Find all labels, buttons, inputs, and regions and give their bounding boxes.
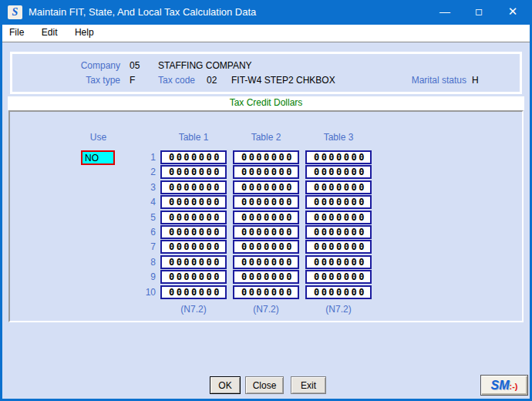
- tax-code-value: 02: [207, 75, 217, 86]
- marital-status-label: Marital status: [382, 75, 466, 86]
- table3-row6-field[interactable]: [305, 225, 372, 239]
- table1-format-label: (N7.2): [160, 304, 227, 315]
- tax-type-label: Tax type: [43, 75, 120, 86]
- table2-header: Table 2: [233, 132, 299, 143]
- table2-row3-field[interactable]: [233, 180, 299, 194]
- menu-help[interactable]: Help: [68, 25, 101, 42]
- table3-row5-field[interactable]: [305, 211, 372, 224]
- window-title: Maintain FIT, State, And Local Tax Calcu…: [29, 0, 256, 25]
- table1-row4-field[interactable]: [160, 195, 227, 209]
- title-bar: S Maintain FIT, State, And Local Tax Cal…: [0, 0, 532, 25]
- table1-row6-field[interactable]: [160, 225, 227, 239]
- maximize-icon[interactable]: ◻: [462, 0, 496, 25]
- minimize-icon[interactable]: —: [428, 0, 462, 25]
- company-label: Company: [43, 60, 120, 71]
- table2-row1-field[interactable]: [233, 150, 299, 164]
- close-icon[interactable]: ✕: [496, 0, 530, 25]
- table3-row4-field[interactable]: [305, 195, 372, 209]
- table3-row8-field[interactable]: [305, 255, 372, 269]
- app-icon: S: [8, 5, 22, 19]
- sm-logo-text: SM: [491, 379, 510, 392]
- table2-row9-field[interactable]: [233, 270, 299, 284]
- table2-row4-field[interactable]: [233, 195, 299, 209]
- table2-row6-field[interactable]: [233, 225, 299, 239]
- company-code: 05: [130, 60, 140, 71]
- exit-button[interactable]: Exit: [291, 376, 326, 394]
- table3-row10-field[interactable]: [305, 285, 372, 299]
- table1-row9-field[interactable]: [160, 270, 227, 284]
- app-window: S Maintain FIT, State, And Local Tax Cal…: [0, 0, 532, 401]
- table1-row5-field[interactable]: [160, 211, 227, 224]
- ok-button[interactable]: OK: [210, 376, 241, 394]
- header-panel: Company 05 STAFFING COMPANY Tax type F T…: [10, 52, 522, 94]
- table2-row2-field[interactable]: [233, 165, 299, 179]
- tax-code-label: Tax code: [120, 75, 195, 86]
- sm-logo: SM:-): [480, 375, 528, 396]
- marital-status-value: H: [472, 75, 479, 86]
- table3-row3-field[interactable]: [305, 180, 372, 194]
- table3-header: Table 3: [305, 132, 372, 143]
- table2-row10-field[interactable]: [233, 285, 299, 299]
- menu-file[interactable]: File: [2, 25, 31, 42]
- table3-row9-field[interactable]: [305, 270, 372, 284]
- table3-row1-field[interactable]: [305, 150, 372, 164]
- table3-row2-field[interactable]: [305, 165, 372, 179]
- sm-logo-smiley: :-): [510, 382, 518, 391]
- table1-row10-field[interactable]: [160, 285, 227, 299]
- table1-row8-field[interactable]: [160, 255, 227, 269]
- table3-row7-field[interactable]: [305, 240, 372, 254]
- use-field[interactable]: [81, 150, 115, 165]
- table1-header: Table 1: [160, 132, 227, 143]
- table3-format-label: (N7.2): [305, 304, 372, 315]
- menu-bar: File Edit Help: [2, 25, 530, 42]
- table1-row2-field[interactable]: [160, 165, 227, 179]
- table2-format-label: (N7.2): [233, 304, 299, 315]
- table1-row1-field[interactable]: [160, 150, 227, 164]
- company-name: STAFFING COMPANY: [158, 60, 252, 71]
- menu-edit[interactable]: Edit: [35, 25, 65, 42]
- tax-code-name: FIT-W4 STEP2 CHKBOX: [231, 75, 335, 86]
- close-button[interactable]: Close: [245, 376, 284, 394]
- table2-row5-field[interactable]: [233, 211, 299, 224]
- section-title: Tax Credit Dollars: [8, 96, 524, 110]
- table1-row7-field[interactable]: [160, 240, 227, 254]
- table2-row8-field[interactable]: [233, 255, 299, 269]
- table1-row3-field[interactable]: [160, 180, 227, 194]
- use-column-header: Use: [81, 132, 116, 143]
- table2-row7-field[interactable]: [233, 240, 299, 254]
